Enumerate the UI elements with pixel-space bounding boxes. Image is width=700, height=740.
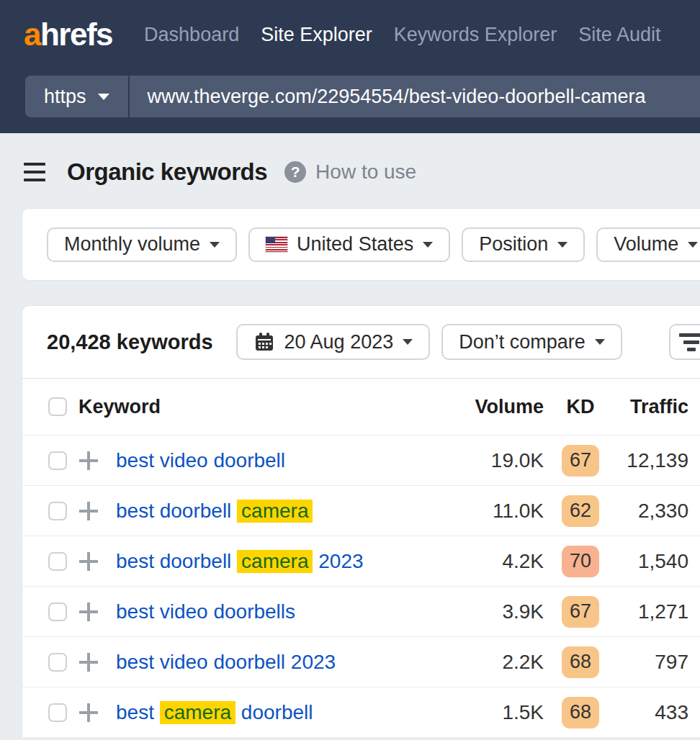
page-header: Organic keywords ? How to use: [24, 155, 700, 189]
keyword-text: best doorbell: [116, 550, 237, 572]
kd-cell: 62: [544, 495, 617, 527]
kd-cell: 68: [544, 697, 617, 728]
url-input[interactable]: www.theverge.com/22954554/best-video-doo…: [130, 76, 664, 117]
row-checkbox[interactable]: [48, 451, 67, 470]
primary-nav: DashboardSite ExplorerKeywords ExplorerS…: [144, 24, 660, 46]
keyword-link[interactable]: best video doorbell: [116, 449, 285, 471]
keyword-link[interactable]: best video doorbells: [116, 600, 295, 623]
traffic-cell: 797: [617, 651, 688, 674]
kd-badge: 67: [562, 596, 599, 628]
table-toolbar: 20,428 keywords 20 Aug 2023 Don’t compar…: [22, 306, 700, 378]
filter-label: Volume: [614, 233, 678, 256]
question-icon: ?: [284, 161, 306, 183]
protocol-label: https: [44, 86, 86, 108]
keyword-cell: best doorbell camera 2023: [110, 550, 465, 573]
row-checkbox[interactable]: [48, 502, 67, 520]
add-to-list-icon[interactable]: [79, 603, 98, 621]
keywords-count: 20,428 keywords: [47, 330, 213, 354]
kd-cell: 67: [544, 445, 617, 477]
logo-text: hrefs: [40, 17, 112, 52]
filter-dropdown-united-states[interactable]: United States: [248, 227, 450, 262]
keyword-text: best doorbell: [116, 500, 237, 522]
keyword-cell: best video doorbells: [110, 600, 465, 623]
filter-label: Monthly volume: [64, 233, 200, 256]
menu-icon[interactable]: [24, 163, 45, 181]
filter-label: Position: [479, 233, 548, 256]
how-to-use-link[interactable]: ? How to use: [284, 161, 416, 184]
table-row: best camera doorbell1.5K68433: [22, 687, 700, 737]
kd-badge: 67: [562, 445, 599, 477]
filters-bar: Monthly volumeUnited StatesPositionVolum…: [22, 208, 700, 281]
ahrefs-logo[interactable]: ahrefs: [24, 17, 112, 53]
chevron-down-icon: [688, 242, 698, 248]
keyword-link[interactable]: best camera doorbell: [116, 701, 313, 724]
keyword-text: best video doorbell 2023: [116, 651, 336, 673]
traffic-cell: 2,330: [617, 500, 688, 523]
kd-badge: 62: [562, 495, 599, 527]
volume-cell: 2.2K: [465, 651, 544, 674]
keyword-link[interactable]: best video doorbell 2023: [116, 651, 336, 673]
add-to-list-icon[interactable]: [79, 703, 98, 722]
nav-item-dashboard[interactable]: Dashboard: [144, 24, 239, 46]
calendar-icon: [253, 331, 275, 353]
volume-cell: 11.0K: [465, 500, 544, 523]
table-row: best doorbell camera11.0K622,330: [22, 485, 700, 536]
nav-item-site-audit[interactable]: Site Audit: [578, 24, 660, 46]
table-header-row: Keyword Volume KD Traffic: [22, 379, 700, 435]
column-header-kd: KD: [544, 396, 617, 418]
kd-cell: 70: [544, 546, 617, 577]
chevron-down-icon: [423, 242, 433, 248]
keyword-cell: best video doorbell 2023: [110, 651, 465, 674]
keyword-link[interactable]: best doorbell camera: [116, 500, 313, 523]
traffic-cell: 12,139: [617, 449, 688, 472]
keyword-link[interactable]: best doorbell camera 2023: [116, 550, 364, 573]
add-to-list-icon[interactable]: [79, 552, 98, 571]
chevron-down-icon: [98, 94, 109, 100]
traffic-cell: 1,540: [617, 550, 688, 573]
column-header-keyword: Keyword: [67, 396, 465, 418]
keywords-table-card: 20,428 keywords 20 Aug 2023 Don’t compar…: [22, 305, 700, 737]
page-title: Organic keywords: [67, 158, 267, 186]
chevron-down-icon: [557, 242, 567, 248]
kd-cell: 67: [544, 596, 617, 628]
url-bar-section: https www.theverge.com/22954554/best-vid…: [0, 69, 700, 117]
add-to-list-icon[interactable]: [79, 502, 98, 520]
add-to-list-icon[interactable]: [79, 451, 98, 470]
protocol-dropdown[interactable]: https: [25, 76, 130, 117]
row-checkbox[interactable]: [48, 603, 67, 621]
highlighted-term: camera: [237, 500, 313, 523]
row-checkbox[interactable]: [48, 552, 67, 571]
row-checkbox[interactable]: [48, 703, 67, 722]
keyword-cell: best doorbell camera: [110, 500, 465, 523]
filter-dropdown-position[interactable]: Position: [462, 227, 585, 262]
table-row: best video doorbell 20232.2K68797: [22, 636, 700, 687]
compare-dropdown[interactable]: Don’t compare: [441, 324, 622, 360]
keyword-text: best video doorbells: [116, 600, 295, 623]
filter-dropdown-volume[interactable]: Volume: [596, 227, 700, 262]
filter-dropdown-monthly-volume[interactable]: Monthly volume: [47, 227, 237, 262]
nav-item-site-explorer[interactable]: Site Explorer: [261, 24, 372, 46]
how-to-use-label: How to use: [315, 161, 416, 184]
filter-label: United States: [297, 233, 413, 256]
keyword-text: best video doorbell: [116, 449, 285, 471]
row-checkbox[interactable]: [48, 653, 67, 672]
chevron-down-icon: [403, 339, 413, 345]
date-picker-button[interactable]: 20 Aug 2023: [236, 324, 431, 360]
volume-cell: 4.2K: [465, 550, 544, 573]
table-row: best video doorbells3.9K671,271: [22, 586, 700, 636]
url-bar: https www.theverge.com/22954554/best-vid…: [25, 76, 700, 117]
add-to-list-icon[interactable]: [79, 653, 98, 672]
kd-cell: 68: [544, 646, 617, 678]
highlighted-term: camera: [160, 701, 235, 724]
date-label: 20 Aug 2023: [284, 331, 394, 353]
app-header: ahrefs DashboardSite ExplorerKeywords Ex…: [0, 0, 700, 133]
select-all-checkbox[interactable]: [48, 397, 67, 416]
kd-badge: 68: [562, 697, 599, 728]
keyword-cell: best video doorbell: [110, 449, 465, 472]
logo-accent-letter: a: [24, 17, 40, 52]
chevron-down-icon: [210, 242, 220, 248]
us-flag-icon: [266, 237, 287, 252]
filters-toggle-button[interactable]: [669, 324, 700, 360]
traffic-cell: 1,271: [617, 600, 688, 623]
nav-item-keywords-explorer[interactable]: Keywords Explorer: [394, 24, 557, 46]
